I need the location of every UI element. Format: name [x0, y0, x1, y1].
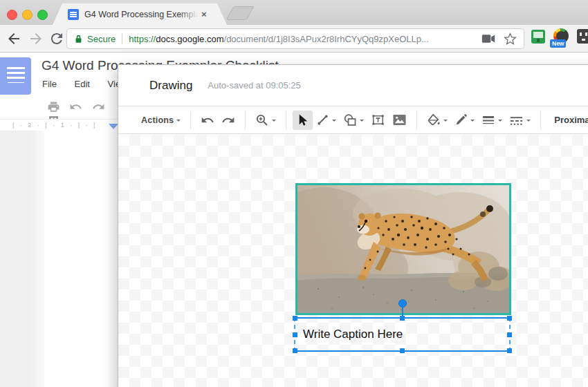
chevron-down-icon [332, 120, 336, 124]
print-icon[interactable] [47, 100, 60, 113]
chevron-down-icon [498, 120, 502, 124]
pencil-icon [454, 113, 468, 126]
browser-tab-bar: G4 Word Processing Exemplar × [0, 0, 588, 25]
resize-handle-top-right[interactable] [507, 316, 512, 321]
toolbar-separator [540, 111, 541, 129]
address-bar[interactable]: Secure https://docs.google.com/document/… [66, 28, 524, 49]
url-text: https://docs.google.com/document/d/1j8I3… [129, 34, 429, 44]
caption-text-box[interactable]: Write Caption Here [294, 317, 511, 352]
chevron-down-icon [470, 120, 475, 124]
resize-handle-bottom-left[interactable] [293, 348, 297, 353]
forward-icon[interactable] [28, 30, 44, 47]
new-tab-button[interactable] [226, 6, 255, 20]
shape-icon [343, 113, 357, 127]
browser-toolbar: Secure https://docs.google.com/document/… [0, 25, 588, 53]
drawing-canvas[interactable]: Write Caption Here [118, 135, 588, 387]
image-icon [392, 113, 407, 126]
menu-file[interactable]: File [42, 79, 57, 89]
extensions-area: New [531, 28, 588, 50]
fill-color-button[interactable] [423, 111, 451, 130]
chevron-down-icon [443, 120, 448, 124]
line-dash-button[interactable] [506, 111, 534, 130]
chevron-down-icon [272, 120, 276, 124]
drawing-toolbar: Actions [118, 106, 588, 134]
select-tool-button[interactable] [293, 111, 313, 130]
tab-title: G4 Word Processing Exemplar [84, 10, 199, 19]
ruler-marks: | · 2 · | · 1 · | · | [12, 122, 97, 129]
resize-handle-middle-right[interactable] [507, 332, 512, 337]
macos-minimize-button[interactable] [22, 10, 33, 20]
url-path: /document/d/1j8I3sAPux2r8IrhCYyQq9zpXeOL… [224, 34, 429, 44]
cheetah-photo [297, 185, 509, 313]
new-badge: New [550, 39, 566, 48]
macos-close-button[interactable] [7, 10, 17, 20]
docs-toolbar [47, 100, 123, 117]
resize-handle-top-left[interactable] [293, 316, 297, 321]
drawing-dialog-header: Drawing Auto-saved at 09:05:25 [118, 65, 588, 106]
secure-lock-icon [74, 34, 83, 44]
zoom-in-icon [255, 113, 269, 127]
zoom-button[interactable] [252, 111, 279, 130]
toolbar-separator [416, 111, 417, 129]
docs-redo-icon[interactable] [92, 100, 105, 113]
camera-icon[interactable] [481, 34, 495, 44]
docs-favicon-icon [68, 9, 79, 20]
text-box-icon [371, 113, 385, 127]
redo-button[interactable] [218, 111, 239, 130]
line-icon [316, 113, 329, 126]
browser-tab[interactable]: G4 Word Processing Exemplar × [53, 3, 227, 25]
resize-handle-bottom-center[interactable] [400, 348, 405, 353]
chevron-down-icon [176, 120, 181, 124]
docs-undo-icon[interactable] [69, 100, 82, 113]
drawing-dialog: Drawing Auto-saved at 09:05:25 Actions [118, 64, 588, 387]
secure-label: Secure [87, 34, 116, 44]
toolbar-separator [286, 111, 286, 129]
menu-edit[interactable]: Edit [75, 79, 90, 89]
select-arrow-icon [296, 113, 309, 126]
undo-button[interactable] [197, 111, 218, 130]
autosave-status: Auto-saved at 09:05:25 [208, 80, 300, 91]
drawing-title: Drawing [149, 79, 192, 93]
docs-logo-icon[interactable] [0, 57, 31, 95]
insert-image-button[interactable] [389, 111, 410, 130]
font-family-selector[interactable]: Proxima N [554, 115, 588, 125]
actions-menu-button[interactable]: Actions [138, 111, 184, 130]
resize-handle-top-center[interactable] [400, 316, 405, 321]
paint-bucket-icon [427, 113, 441, 127]
toolbar-separator [190, 111, 191, 129]
line-color-button[interactable] [451, 111, 478, 130]
omnibox-divider [122, 33, 122, 44]
shape-tool-button[interactable] [340, 111, 367, 130]
toolbar-separator [245, 111, 246, 129]
chevron-down-icon [526, 120, 531, 124]
text-box-tool-button[interactable] [367, 111, 389, 130]
line-tool-button[interactable] [313, 111, 340, 130]
docs-workspace-margin [0, 131, 44, 387]
line-weight-button[interactable] [478, 111, 506, 130]
line-weight-icon [481, 113, 495, 127]
redo-icon [221, 113, 235, 127]
chevron-down-icon [360, 120, 364, 124]
tab-close-icon[interactable]: × [201, 9, 207, 19]
url-scheme: https:// [129, 34, 156, 44]
reload-icon[interactable] [48, 30, 65, 47]
url-domain: docs.google.com [156, 34, 223, 44]
resize-handle-middle-left[interactable] [293, 332, 297, 337]
resize-handle-bottom-right[interactable] [507, 348, 512, 353]
ruler: | · 2 · | · 1 · | · | [0, 119, 119, 131]
back-icon[interactable] [6, 30, 22, 47]
caption-text[interactable]: Write Caption Here [295, 328, 403, 341]
extension-presentation-icon[interactable] [531, 30, 545, 44]
line-dash-icon [509, 113, 524, 127]
macos-zoom-button[interactable] [37, 10, 48, 20]
selected-image[interactable] [295, 183, 511, 315]
undo-icon [201, 113, 214, 127]
bookmark-star-icon[interactable] [504, 32, 517, 46]
indent-marker-icon[interactable] [109, 124, 118, 129]
rotate-handle[interactable] [398, 299, 407, 308]
extension-robot-icon[interactable] [577, 29, 588, 44]
